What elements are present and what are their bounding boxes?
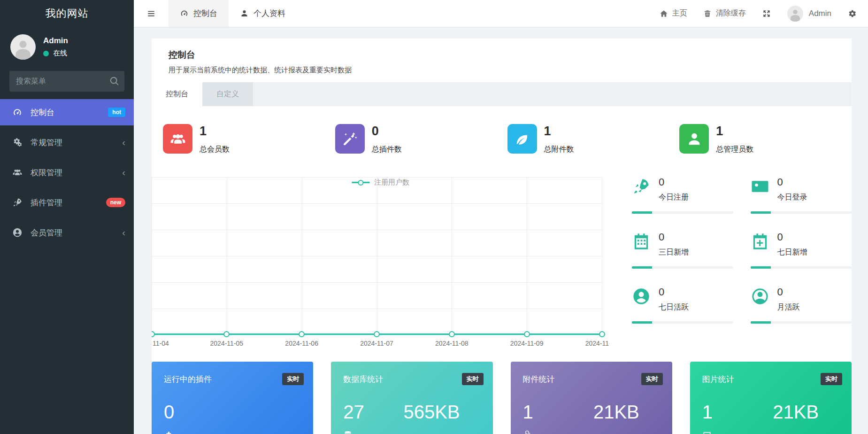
- mini-stat-label: 月活跃: [777, 302, 800, 312]
- sidebar-item-auth[interactable]: 权限管理‹: [0, 159, 134, 186]
- chart-x-tick: 2024-11-08: [435, 340, 469, 347]
- chart-gridline-h: [152, 177, 602, 178]
- chart-legend[interactable]: 注册用户数: [352, 178, 409, 187]
- sidebar-item-label: 控制台: [31, 107, 100, 118]
- chart-data-point: [223, 331, 230, 337]
- home-link[interactable]: 主页: [660, 8, 687, 18]
- mini-stat: 0三日新增: [632, 232, 733, 269]
- stat-label: 总附件数: [544, 145, 574, 155]
- mini-stat-value: 0: [777, 287, 800, 297]
- users-icon: [12, 167, 23, 178]
- stat-value: 0: [372, 125, 402, 138]
- user-icon: [240, 9, 249, 18]
- mini-stats-grid: 0今日注册0今日登录0三日新增0七日新增0七日活跃0月活跃: [632, 177, 852, 350]
- topbar-tab-label: 控制台: [193, 8, 217, 19]
- sidebar-menu: 控制台hot常规管理‹权限管理‹插件管理new会员管理‹: [0, 99, 134, 246]
- sidebar: 我的网站 Admin 在线 控制台hot常规管理‹权限管理‹插件管理new会员管…: [0, 0, 134, 434]
- clear-cache-label: 清除缓存: [716, 8, 746, 18]
- chart-x-tick: 11-04: [153, 340, 169, 347]
- mini-stat-value: 0: [777, 177, 807, 187]
- search-icon[interactable]: [109, 76, 120, 86]
- topbar-avatar: [787, 6, 803, 22]
- sidebar-item-dashboard[interactable]: 控制台hot: [0, 99, 134, 125]
- home-icon: [660, 9, 668, 18]
- hamburger-icon[interactable]: [146, 9, 156, 18]
- rocket-icon: [632, 177, 651, 196]
- search-input[interactable]: [9, 71, 124, 92]
- chevron-left-icon: ‹: [122, 138, 125, 147]
- gears-icon: [12, 137, 23, 147]
- fullscreen-icon[interactable]: [762, 9, 771, 18]
- calendar-icon: [632, 232, 651, 251]
- topbar: 控制台个人资料 主页 清除缓存 Admin: [134, 0, 868, 27]
- chart-x-tick: 2024-11-06: [285, 340, 318, 347]
- topbar-user[interactable]: Admin: [787, 6, 831, 22]
- chart-gridline-h: [152, 282, 602, 283]
- chart-data-point: [449, 331, 455, 337]
- id-card-icon: [751, 177, 769, 196]
- dashboard-icon: [12, 107, 23, 117]
- plugin-icon: [164, 430, 173, 434]
- topbar-tab-dashboard[interactable]: 控制台: [169, 0, 229, 27]
- chart-gridline-v: [602, 177, 602, 335]
- chart-x-tick: 2024-11-05: [210, 340, 244, 347]
- realtime-badge: 实时: [462, 373, 484, 385]
- mini-stat-value: 0: [659, 232, 689, 242]
- chart-data-point: [524, 331, 530, 337]
- mini-stat: 0今日注册: [632, 177, 733, 214]
- chevron-left-icon: ‹: [122, 168, 125, 177]
- sidebar-item-general[interactable]: 常规管理‹: [0, 129, 134, 155]
- panel-tabs: 控制台自定义: [152, 82, 852, 106]
- topbar-user-name: Admin: [809, 9, 831, 18]
- chart-gridline-h: [152, 230, 602, 230]
- mini-stat-progress: [632, 266, 733, 269]
- card-value: 21KB: [593, 402, 639, 423]
- panel-tab-dashboard[interactable]: 控制台: [152, 82, 202, 106]
- gears-icon[interactable]: [847, 9, 857, 18]
- stat-label: 总管理员数: [716, 145, 753, 155]
- mini-stat-value: 0: [659, 287, 689, 297]
- mini-stat-value: 0: [777, 232, 807, 242]
- menu-search: [9, 71, 124, 92]
- legend-label: 注册用户数: [374, 178, 409, 187]
- realtime-badge: 实时: [821, 373, 842, 385]
- chart-x-axis: 11-042024-11-052024-11-062024-11-072024-…: [152, 340, 602, 350]
- stat-label: 总插件数: [372, 145, 402, 155]
- mini-stat-label: 七日新增: [777, 248, 807, 257]
- panel-tab-label: 自定义: [216, 90, 239, 98]
- panel-tab-custom[interactable]: 自定义: [202, 82, 253, 106]
- chart-plot: [152, 177, 602, 335]
- magic-wand-icon: [341, 131, 358, 147]
- menu-badge: new: [106, 198, 125, 207]
- leaf-icon: [514, 131, 530, 147]
- chart-gridline-h: [152, 256, 602, 256]
- stat-box: 1总附件数: [507, 124, 680, 155]
- chart-data-point: [374, 331, 380, 337]
- realtime-badge: 实时: [641, 373, 663, 385]
- chart-x-tick: 2024-11-10: [585, 340, 609, 347]
- sidebar-item-addon[interactable]: 插件管理new: [0, 189, 134, 216]
- mini-stat-value: 0: [659, 177, 689, 187]
- mini-stat-label: 今日登录: [777, 193, 807, 202]
- mini-stat-label: 三日新增: [659, 248, 689, 257]
- stat-icon-tile: [679, 124, 709, 154]
- dashboard-row: 11-042024-11-052024-11-062024-11-072024-…: [152, 177, 852, 350]
- mini-stat-label: 七日活跃: [659, 302, 689, 312]
- sidebar-item-user[interactable]: 会员管理‹: [0, 219, 134, 246]
- realtime-badge: 实时: [282, 373, 304, 385]
- topbar-tab-profile[interactable]: 个人资料: [229, 0, 297, 27]
- clear-cache-link[interactable]: 清除缓存: [703, 8, 746, 18]
- chart-data-point: [152, 331, 155, 337]
- legend-marker-icon: [352, 179, 369, 186]
- mini-stat-progress: [632, 211, 733, 214]
- chart-data-point: [599, 331, 605, 337]
- summary-card-addons: 运行中的插件实时0: [152, 362, 313, 434]
- topbar-right: 主页 清除缓存 Admin: [660, 6, 868, 22]
- summary-card-attachments: 附件统计实时121KB: [511, 362, 672, 434]
- menu-badge: hot: [108, 108, 125, 117]
- app-title: 我的网站: [0, 0, 134, 27]
- stat-box: 1总会员数: [163, 124, 335, 155]
- rocket-icon: [12, 197, 23, 208]
- chart-x-tick: 2024-11-09: [510, 340, 544, 347]
- mini-stat: 0七日新增: [751, 232, 852, 269]
